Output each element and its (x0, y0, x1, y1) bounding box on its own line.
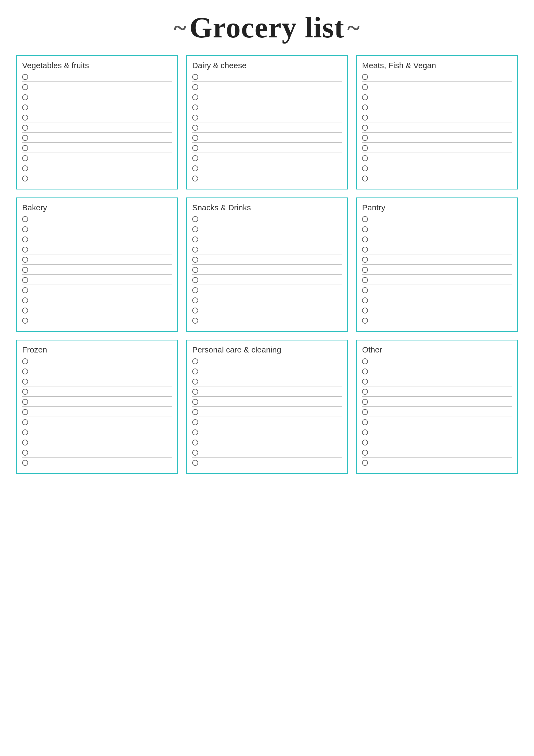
list-item[interactable] (362, 264, 512, 275)
checkbox-circle[interactable] (22, 145, 28, 151)
checkbox-circle[interactable] (192, 247, 198, 253)
checkbox-circle[interactable] (22, 125, 28, 131)
checkbox-circle[interactable] (362, 74, 368, 80)
list-item[interactable] (22, 387, 172, 396)
checkbox-circle[interactable] (22, 318, 28, 324)
list-item[interactable] (362, 417, 512, 427)
list-item[interactable] (192, 387, 342, 396)
list-item[interactable] (22, 407, 172, 417)
list-item[interactable] (192, 72, 342, 82)
list-item[interactable] (22, 244, 172, 255)
checkbox-circle[interactable] (22, 104, 28, 110)
list-item[interactable] (362, 437, 512, 447)
list-item[interactable] (362, 396, 512, 407)
checkbox-circle[interactable] (192, 84, 198, 90)
checkbox-circle[interactable] (362, 115, 368, 121)
list-item[interactable] (22, 173, 172, 183)
checkbox-circle[interactable] (362, 419, 368, 425)
list-item[interactable] (362, 224, 512, 234)
list-item[interactable] (192, 407, 342, 417)
checkbox-circle[interactable] (362, 450, 368, 456)
checkbox-circle[interactable] (362, 460, 368, 466)
list-item[interactable] (22, 255, 172, 264)
checkbox-circle[interactable] (192, 74, 198, 80)
list-item[interactable] (22, 122, 172, 133)
list-item[interactable] (192, 295, 342, 305)
checkbox-circle[interactable] (362, 267, 368, 273)
checkbox-circle[interactable] (362, 429, 368, 435)
checkbox-circle[interactable] (22, 429, 28, 435)
list-item[interactable] (192, 122, 342, 133)
list-item[interactable] (192, 356, 342, 366)
checkbox-circle[interactable] (22, 277, 28, 283)
list-item[interactable] (192, 285, 342, 295)
list-item[interactable] (22, 457, 172, 468)
list-item[interactable] (362, 92, 512, 102)
list-item[interactable] (192, 234, 342, 244)
checkbox-circle[interactable] (192, 460, 198, 466)
list-item[interactable] (362, 305, 512, 315)
checkbox-circle[interactable] (22, 440, 28, 446)
list-item[interactable] (192, 102, 342, 112)
checkbox-circle[interactable] (192, 379, 198, 385)
list-item[interactable] (192, 275, 342, 285)
checkbox-circle[interactable] (22, 84, 28, 90)
checkbox-circle[interactable] (362, 379, 368, 385)
list-item[interactable] (362, 133, 512, 143)
list-item[interactable] (362, 255, 512, 264)
list-item[interactable] (22, 214, 172, 224)
checkbox-circle[interactable] (192, 94, 198, 100)
list-item[interactable] (362, 366, 512, 376)
checkbox-circle[interactable] (22, 368, 28, 374)
checkbox-circle[interactable] (22, 135, 28, 141)
checkbox-circle[interactable] (22, 389, 28, 395)
checkbox-circle[interactable] (362, 84, 368, 90)
checkbox-circle[interactable] (22, 115, 28, 121)
checkbox-circle[interactable] (362, 389, 368, 395)
checkbox-circle[interactable] (22, 236, 28, 242)
list-item[interactable] (362, 387, 512, 396)
checkbox-circle[interactable] (192, 115, 198, 121)
checkbox-circle[interactable] (362, 368, 368, 374)
checkbox-circle[interactable] (22, 155, 28, 161)
list-item[interactable] (192, 305, 342, 315)
list-item[interactable] (362, 153, 512, 163)
checkbox-circle[interactable] (362, 277, 368, 283)
checkbox-circle[interactable] (362, 216, 368, 222)
list-item[interactable] (362, 285, 512, 295)
list-item[interactable] (192, 447, 342, 457)
list-item[interactable] (22, 143, 172, 153)
checkbox-circle[interactable] (362, 399, 368, 405)
checkbox-circle[interactable] (192, 135, 198, 141)
list-item[interactable] (22, 92, 172, 102)
list-item[interactable] (22, 356, 172, 366)
checkbox-circle[interactable] (192, 277, 198, 283)
checkbox-circle[interactable] (22, 460, 28, 466)
list-item[interactable] (22, 224, 172, 234)
checkbox-circle[interactable] (192, 287, 198, 293)
checkbox-circle[interactable] (362, 257, 368, 263)
checkbox-circle[interactable] (192, 176, 198, 181)
list-item[interactable] (362, 102, 512, 112)
list-item[interactable] (362, 447, 512, 457)
checkbox-circle[interactable] (192, 125, 198, 131)
checkbox-circle[interactable] (192, 450, 198, 456)
list-item[interactable] (192, 315, 342, 326)
checkbox-circle[interactable] (22, 287, 28, 293)
checkbox-circle[interactable] (362, 165, 368, 171)
list-item[interactable] (192, 143, 342, 153)
checkbox-circle[interactable] (192, 145, 198, 151)
checkbox-circle[interactable] (362, 135, 368, 141)
checkbox-circle[interactable] (22, 257, 28, 263)
list-item[interactable] (22, 447, 172, 457)
list-item[interactable] (22, 315, 172, 326)
checkbox-circle[interactable] (22, 399, 28, 405)
list-item[interactable] (22, 295, 172, 305)
checkbox-circle[interactable] (22, 247, 28, 253)
checkbox-circle[interactable] (22, 308, 28, 313)
checkbox-circle[interactable] (362, 308, 368, 313)
checkbox-circle[interactable] (192, 419, 198, 425)
checkbox-circle[interactable] (362, 287, 368, 293)
list-item[interactable] (192, 366, 342, 376)
list-item[interactable] (362, 214, 512, 224)
